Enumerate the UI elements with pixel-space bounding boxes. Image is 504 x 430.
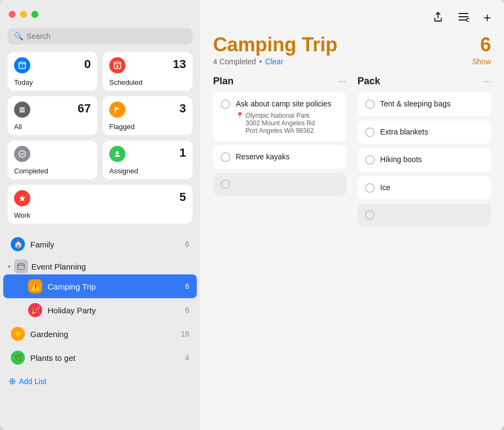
- family-count: 6: [185, 240, 189, 248]
- task-card[interactable]: Tent & sleeping bags: [357, 92, 491, 116]
- plants-icon: 🌿: [11, 351, 25, 365]
- empty-task-radio: [221, 179, 230, 189]
- share-button[interactable]: [430, 9, 446, 28]
- svg-marker-12: [19, 195, 25, 201]
- pack-column: Pack ··· Tent & sleeping bags Extr: [357, 76, 491, 231]
- task-location: 📍 Olympic National Park3002 Mount Angele…: [236, 112, 331, 135]
- close-button[interactable]: [9, 11, 16, 18]
- svg-text:3: 3: [21, 65, 23, 68]
- today-icon: 3: [14, 57, 30, 73]
- task-radio[interactable]: [221, 99, 230, 109]
- task-card-empty: [357, 204, 491, 226]
- chevron-down-icon: ▾: [8, 263, 11, 270]
- smart-list-completed[interactable]: Completed: [8, 140, 97, 179]
- task-card[interactable]: Reserve kayaks: [213, 145, 347, 169]
- svg-rect-13: [18, 264, 24, 270]
- gardening-icon: ☀️: [11, 327, 25, 341]
- gardening-label: Gardening: [30, 330, 175, 339]
- task-text: Hiking boots: [380, 154, 422, 165]
- assigned-count: 1: [180, 146, 186, 160]
- list-title-row: Camping Trip 6: [213, 33, 491, 56]
- task-text: Extra blankets: [380, 127, 428, 138]
- list-total-count: 6: [480, 33, 491, 56]
- plan-column-header: Plan ···: [213, 76, 347, 87]
- completed-text: 4 Completed: [213, 57, 256, 66]
- task-card[interactable]: Hiking boots: [357, 148, 491, 172]
- plants-count: 4: [185, 353, 189, 362]
- smart-list-work[interactable]: 5 Work: [8, 185, 193, 224]
- content-area: Camping Trip 6 4 Completed • Clear Show …: [200, 28, 504, 430]
- task-card[interactable]: Extra blankets: [357, 120, 491, 144]
- list-item-plants-to-get[interactable]: 🌿 Plants to get 4: [3, 346, 197, 369]
- task-row: Ice: [365, 183, 483, 193]
- show-button[interactable]: Show: [472, 57, 491, 66]
- add-list-icon: ⊕: [9, 376, 16, 386]
- maximize-button[interactable]: [31, 11, 38, 18]
- smart-list-assigned[interactable]: 1 Assigned: [103, 140, 193, 179]
- add-task-button[interactable]: +: [481, 8, 493, 28]
- smart-list-today[interactable]: 3 0 Today: [8, 52, 97, 91]
- pack-more-button[interactable]: ···: [483, 76, 491, 87]
- task-row: Tent & sleeping bags: [365, 99, 483, 110]
- plan-column-title: Plan: [213, 76, 234, 87]
- task-radio[interactable]: [365, 183, 375, 193]
- search-input[interactable]: [26, 32, 186, 41]
- smart-list-scheduled[interactable]: 13 Scheduled: [103, 52, 193, 91]
- scheduled-icon: [109, 57, 125, 73]
- task-text: Tent & sleeping bags: [380, 99, 450, 110]
- list-item-family[interactable]: 🏠 Family 6: [3, 232, 197, 256]
- holiday-party-icon: 🎉: [28, 303, 42, 317]
- location-text: Olympic National Park3002 Mount Angeles …: [246, 112, 315, 135]
- list-item-holiday-party[interactable]: 🎉 Holiday Party 6: [3, 298, 197, 322]
- task-card-empty: [213, 173, 347, 196]
- task-card[interactable]: Ice: [357, 176, 491, 200]
- task-radio[interactable]: [365, 155, 375, 165]
- flagged-icon: [109, 102, 125, 118]
- task-row: Ask about camp site policies 📍 Olympic N…: [221, 99, 339, 135]
- task-row: Extra blankets: [365, 127, 483, 138]
- pack-column-title: Pack: [357, 76, 380, 87]
- camping-trip-label: Camping Trip: [48, 282, 180, 291]
- minimize-button[interactable]: [20, 11, 27, 18]
- search-bar[interactable]: 🔍: [8, 28, 193, 44]
- flagged-label: Flagged: [109, 120, 186, 131]
- task-radio[interactable]: [365, 99, 375, 109]
- group-event-planning[interactable]: ▾ Event Planning: [0, 256, 200, 274]
- gardening-count: 16: [181, 330, 189, 338]
- task-radio[interactable]: [221, 152, 230, 162]
- holiday-party-label: Holiday Party: [48, 306, 180, 315]
- main-content: + Camping Trip 6 4 Completed • Clear Sho…: [200, 0, 504, 430]
- search-icon: 🔍: [14, 32, 23, 41]
- add-list-button[interactable]: ⊕ Add List: [0, 369, 200, 393]
- flagged-count: 3: [180, 102, 186, 116]
- lists-section: 🏠 Family 6 ▾ Event Planning ⚠️ Camping T…: [0, 229, 200, 430]
- smart-lists-grid: 3 0 Today 13: [0, 52, 200, 229]
- svg-point-5: [116, 65, 118, 68]
- smart-list-flagged[interactable]: 3 Flagged: [103, 96, 193, 135]
- clear-button[interactable]: Clear: [265, 57, 283, 66]
- columns: Plan ··· Ask about camp site policies 📍 …: [213, 76, 491, 231]
- holiday-party-count: 6: [185, 306, 189, 314]
- task-radio[interactable]: [365, 127, 375, 137]
- family-icon: 🏠: [11, 237, 25, 251]
- svg-rect-6: [19, 107, 25, 109]
- today-label: Today: [14, 76, 91, 86]
- plan-column: Plan ··· Ask about camp site policies 📍 …: [213, 76, 347, 231]
- completed-row: 4 Completed • Clear Show: [213, 57, 491, 66]
- completed-label: Completed: [14, 165, 91, 175]
- task-card[interactable]: Ask about camp site policies 📍 Olympic N…: [213, 92, 347, 141]
- svg-rect-7: [19, 110, 25, 111]
- empty-task-radio: [365, 210, 375, 220]
- list-item-camping-trip[interactable]: ⚠️ Camping Trip 6: [3, 274, 197, 298]
- event-planning-icon: [14, 259, 28, 273]
- camping-trip-icon: ⚠️: [28, 279, 42, 293]
- scheduled-label: Scheduled: [109, 76, 186, 86]
- smart-list-all[interactable]: 67 All: [8, 96, 97, 135]
- sidebar: 🔍 3 0 Today: [0, 0, 200, 430]
- plan-more-button[interactable]: ···: [339, 76, 347, 87]
- list-options-button[interactable]: [455, 10, 472, 26]
- svg-point-18: [467, 18, 469, 22]
- list-item-gardening[interactable]: ☀️ Gardening 16: [3, 322, 197, 346]
- work-label: Work: [14, 209, 186, 219]
- task-text: Reserve kayaks: [236, 152, 290, 163]
